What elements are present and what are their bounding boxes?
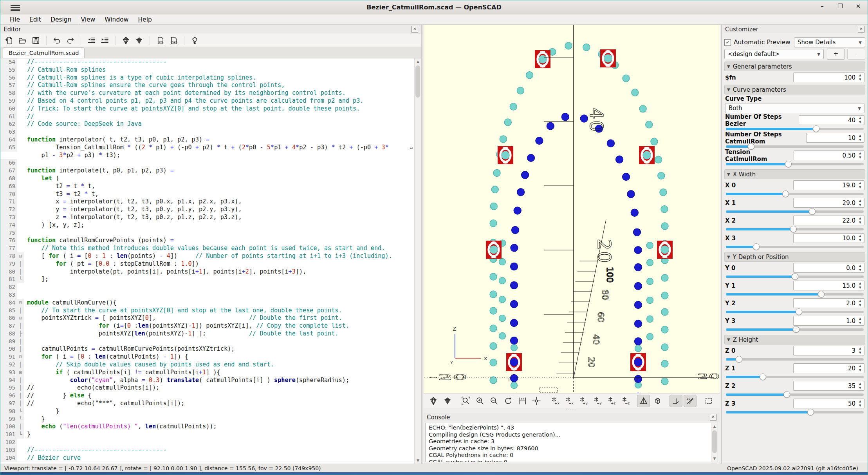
show-axes-button[interactable]: [669, 395, 682, 407]
param-spinbox[interactable]: 3▲ ▼: [793, 346, 864, 355]
spin-arrows-icon[interactable]: ▲ ▼: [857, 198, 863, 207]
reset-view-button[interactable]: [502, 395, 514, 407]
param-slider[interactable]: [725, 273, 864, 280]
details-dropdown[interactable]: Show Details▼: [794, 37, 865, 47]
slider-handle[interactable]: [792, 273, 798, 280]
new-file-button[interactable]: [3, 35, 15, 46]
render-button[interactable]: [441, 395, 454, 407]
spin-arrows-icon[interactable]: ▲ ▼: [857, 181, 863, 190]
spin-arrows-icon[interactable]: ▲ ▼: [857, 364, 863, 373]
param-spinbox[interactable]: 2.0▲ ▼: [793, 298, 864, 308]
customizer-close-icon[interactable]: ✕: [858, 26, 864, 33]
view-minus-z-button[interactable]: −z: [619, 395, 632, 407]
editor-scrollbar[interactable]: ▲ ▼: [414, 58, 421, 464]
spin-arrows-icon[interactable]: ▲ ▼: [857, 316, 863, 325]
redo-button[interactable]: [64, 35, 76, 46]
param-spinbox[interactable]: 100▲ ▼: [793, 73, 864, 82]
curve-type-dropdown[interactable]: Both▼: [725, 103, 864, 113]
zoom-out-button[interactable]: [487, 395, 500, 407]
export-stl-button[interactable]: STL: [154, 35, 166, 46]
spin-arrows-icon[interactable]: ▲ ▼: [857, 234, 863, 243]
param-spinbox[interactable]: 22.0▲ ▼: [793, 216, 864, 225]
preview-button[interactable]: [119, 35, 132, 46]
group-header-z-height[interactable]: ▼Z Height: [724, 335, 865, 344]
scroll-up-icon[interactable]: ▲: [415, 58, 421, 65]
view-plus-x-button[interactable]: +x: [548, 395, 561, 407]
param-spinbox[interactable]: 29.0▲ ▼: [793, 198, 864, 208]
undo-button[interactable]: [51, 35, 63, 46]
export-button[interactable]: [188, 35, 201, 46]
param-slider[interactable]: [725, 356, 864, 363]
param-slider[interactable]: [725, 326, 864, 333]
fold-marker[interactable]: ⊟: [17, 353, 24, 361]
fold-marker[interactable]: ⊟: [17, 299, 24, 307]
param-slider[interactable]: [725, 373, 864, 380]
editor-scroll-thumb[interactable]: [415, 65, 420, 98]
slider-handle[interactable]: [748, 143, 754, 150]
menu-window[interactable]: Window: [100, 15, 133, 24]
spin-arrows-icon[interactable]: ▲ ▼: [857, 116, 863, 125]
automatic-preview-checkbox[interactable]: ✓: [724, 39, 731, 46]
menu-file[interactable]: File: [5, 15, 25, 24]
param-slider[interactable]: [725, 291, 864, 297]
slider-handle[interactable]: [736, 356, 742, 363]
console-scroll-thumb[interactable]: [712, 430, 717, 453]
unindent-button[interactable]: [85, 35, 97, 46]
export-dxf-button[interactable]: DXF: [167, 35, 180, 46]
save-file-button[interactable]: [29, 35, 42, 46]
remove-preset-button[interactable]: -: [847, 49, 865, 60]
param-spinbox[interactable]: 35▲ ▼: [793, 381, 864, 391]
spin-arrows-icon[interactable]: ▲ ▼: [857, 216, 863, 225]
slider-handle[interactable]: [785, 161, 792, 167]
slider-handle[interactable]: [813, 125, 819, 132]
group-header-general-parameters[interactable]: ▼General parameters: [724, 62, 865, 71]
open-file-button[interactable]: [16, 35, 29, 46]
close-button[interactable]: ✕: [854, 3, 862, 10]
console-log[interactable]: ECHO: "len(bezierPoints) ", 43Compiling …: [425, 423, 718, 462]
editor-close-icon[interactable]: ✕: [411, 26, 418, 33]
maximize-button[interactable]: ❐: [836, 3, 844, 10]
console-splitter-handle[interactable]: ······: [424, 408, 720, 413]
orthographic-button[interactable]: [651, 395, 664, 407]
param-spinbox[interactable]: 15.0▲ ▼: [793, 281, 864, 290]
show-scale-markers-button[interactable]: 10: [684, 395, 697, 407]
preview-button[interactable]: [427, 395, 440, 407]
zoom-in-button[interactable]: [473, 395, 486, 407]
3d-viewport[interactable]: 402020406080100-2020Zxy: [424, 25, 720, 393]
view-distance-button[interactable]: 10: [516, 395, 529, 407]
spin-arrows-icon[interactable]: ▲ ▼: [857, 346, 863, 355]
slider-handle[interactable]: [809, 208, 816, 215]
spin-arrows-icon[interactable]: ▲ ▼: [857, 133, 863, 142]
fold-marker[interactable]: ⊟: [17, 252, 24, 260]
view-plus-z-button[interactable]: +z: [605, 395, 617, 407]
group-header-curve-parameters[interactable]: ▼Curve parameters: [724, 85, 865, 94]
menu-help[interactable]: Help: [133, 15, 156, 24]
param-spinbox[interactable]: 50▲ ▼: [793, 399, 864, 408]
fold-marker[interactable]: ⊟: [17, 369, 24, 377]
spin-arrows-icon[interactable]: ▲ ▼: [857, 299, 863, 308]
slider-handle[interactable]: [818, 291, 825, 297]
slider-handle[interactable]: [790, 226, 797, 232]
param-spinbox[interactable]: 10.0▲ ▼: [793, 233, 864, 243]
param-spinbox[interactable]: 20▲ ▼: [793, 363, 864, 373]
param-slider[interactable]: [725, 308, 864, 315]
spin-arrows-icon[interactable]: ▲ ▼: [857, 281, 863, 290]
show-crosshairs-button[interactable]: [702, 395, 715, 407]
slider-handle[interactable]: [783, 391, 790, 398]
render-button[interactable]: [133, 35, 145, 46]
menu-edit[interactable]: Edit: [25, 15, 46, 24]
slider-handle[interactable]: [753, 243, 760, 250]
view-minus-x-button[interactable]: −x: [562, 395, 575, 407]
menu-design[interactable]: Design: [46, 15, 76, 24]
param-slider[interactable]: [725, 409, 864, 415]
fold-marker[interactable]: ⊟: [17, 314, 24, 322]
param-spinbox[interactable]: 0.0▲ ▼: [793, 263, 864, 273]
param-slider[interactable]: [725, 243, 864, 250]
param-slider[interactable]: [725, 190, 864, 197]
code-editor[interactable]: 54//------------------------------------…: [0, 58, 415, 464]
view-plus-y-button[interactable]: +y: [576, 395, 589, 407]
tab-bezier-catmullrom[interactable]: Bezier_CatmullRom.scad: [3, 47, 85, 58]
menu-view[interactable]: View: [76, 15, 100, 24]
slider-handle[interactable]: [796, 308, 802, 315]
slider-handle[interactable]: [793, 326, 799, 333]
